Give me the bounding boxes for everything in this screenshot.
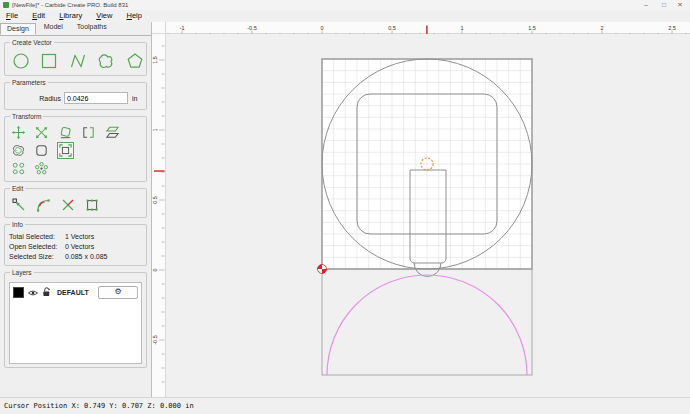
radius-input[interactable] xyxy=(64,92,128,104)
offset-tool-icon[interactable] xyxy=(10,142,27,159)
radius-unit: in xyxy=(128,95,137,102)
menu-library[interactable]: Library xyxy=(53,10,88,22)
rotate-tool-icon[interactable] xyxy=(57,124,74,141)
info-open-selected: Open Selected: 0 Vectors xyxy=(9,242,142,252)
edit-title: Edit xyxy=(10,185,25,192)
node-edit-tool-icon[interactable] xyxy=(10,196,28,214)
edit-group: Edit xyxy=(4,188,147,218)
circle-tool-icon[interactable] xyxy=(10,50,32,72)
layer-visibility-eye-icon[interactable] xyxy=(28,283,38,301)
ruler-corner xyxy=(152,22,166,34)
layers-title: Layers xyxy=(10,269,34,276)
tab-model[interactable]: Model xyxy=(38,22,69,34)
move-tool-icon[interactable] xyxy=(10,124,27,141)
transform-group: Transform xyxy=(4,116,147,182)
tab-design[interactable]: Design xyxy=(0,23,36,35)
horizontal-ruler: -1-0.500.511.522.5 xyxy=(166,22,690,34)
svg-text:1.5: 1.5 xyxy=(528,25,536,31)
app-icon xyxy=(3,2,9,8)
svg-text:-1: -1 xyxy=(180,25,185,31)
parameters-title: Parameters xyxy=(10,79,48,86)
info-selected-size: Selected Size: 0.085 x 0.085 xyxy=(9,252,142,262)
menu-edit[interactable]: Edit xyxy=(26,10,51,22)
layer-settings-gear-icon[interactable]: ⚙ xyxy=(98,286,138,299)
info-title: Info xyxy=(10,221,25,228)
svg-text:0.5: 0.5 xyxy=(388,25,396,31)
close-icon[interactable]: ✕ xyxy=(672,0,688,10)
svg-text:2.5: 2.5 xyxy=(668,25,676,31)
vertical-ruler: 1.510.50-0.5 xyxy=(152,34,166,397)
maximize-icon[interactable]: □ xyxy=(656,0,672,10)
svg-text:0.5: 0.5 xyxy=(152,196,158,204)
svg-text:1: 1 xyxy=(152,128,158,131)
info-total-selected: Total Selected: 1 Vectors xyxy=(9,232,142,242)
svg-text:0: 0 xyxy=(152,268,158,271)
cursor-position-readout: Cursor Position X: 0.749 Y: 0.707 Z: 0.0… xyxy=(4,402,194,410)
circular-array-tool-icon[interactable] xyxy=(33,160,50,177)
svg-text:2: 2 xyxy=(600,25,603,31)
align-tool-icon[interactable] xyxy=(57,142,74,159)
polyline-tool-icon[interactable] xyxy=(67,50,89,72)
boolean-tool-icon[interactable] xyxy=(83,196,101,214)
left-panel: Design Model Toolpaths Create Vector T xyxy=(0,22,152,397)
magenta-semicircle-vector[interactable] xyxy=(327,275,527,375)
create-vector-group: Create Vector T xyxy=(4,42,147,76)
scale-tool-icon[interactable] xyxy=(33,124,50,141)
menu-bar: File Edit Library View Help xyxy=(0,10,690,22)
origin-marker-icon xyxy=(318,265,327,274)
tab-toolpaths[interactable]: Toolpaths xyxy=(71,22,113,34)
mirror-tool-icon[interactable] xyxy=(80,124,97,141)
trim-tool-icon[interactable] xyxy=(59,196,77,214)
svg-text:1.5: 1.5 xyxy=(152,56,158,64)
menu-file[interactable]: File xyxy=(0,10,24,22)
menu-help[interactable]: Help xyxy=(121,10,148,22)
tab-bar: Design Model Toolpaths xyxy=(0,22,151,36)
skew-tool-icon[interactable] xyxy=(104,124,121,141)
svg-text:-0.5: -0.5 xyxy=(247,25,256,31)
curve-edit-tool-icon[interactable] xyxy=(34,196,52,214)
info-group: Info Total Selected: 1 Vectors Open Sele… xyxy=(4,224,147,266)
create-vector-title: Create Vector xyxy=(10,39,54,46)
transform-title: Transform xyxy=(10,113,43,120)
linear-array-tool-icon[interactable] xyxy=(10,160,27,177)
layers-list[interactable]: DEFAULT ⚙ xyxy=(9,282,142,364)
svg-text:1: 1 xyxy=(460,25,463,31)
fillet-corner-tool-icon[interactable] xyxy=(33,142,50,159)
rectangle-tool-icon[interactable] xyxy=(38,50,60,72)
parameters-group: Parameters Radius in xyxy=(4,82,147,110)
polygon-tool-icon[interactable] xyxy=(124,50,146,72)
design-canvas[interactable] xyxy=(166,34,690,397)
window-title: [NewFile]* - Carbide Create PRO. Build 8… xyxy=(12,0,128,10)
layers-group: Layers DEFAULT ⚙ xyxy=(4,272,147,368)
curve-tool-icon[interactable] xyxy=(95,50,117,72)
layer-row-default[interactable]: DEFAULT ⚙ xyxy=(10,283,141,299)
layer-color-swatch[interactable] xyxy=(13,287,24,298)
layer-lock-icon[interactable] xyxy=(42,283,52,301)
menu-view[interactable]: View xyxy=(90,10,118,22)
svg-text:-0.5: -0.5 xyxy=(152,335,158,344)
layer-name: DEFAULT xyxy=(57,289,98,296)
svg-text:0: 0 xyxy=(320,25,323,31)
status-bar: Cursor Position X: 0.749 Y: 0.707 Z: 0.0… xyxy=(0,397,690,414)
lower-rectangle-vector[interactable] xyxy=(322,269,532,375)
radius-label: Radius xyxy=(9,95,64,102)
minimize-icon[interactable]: – xyxy=(638,0,654,10)
